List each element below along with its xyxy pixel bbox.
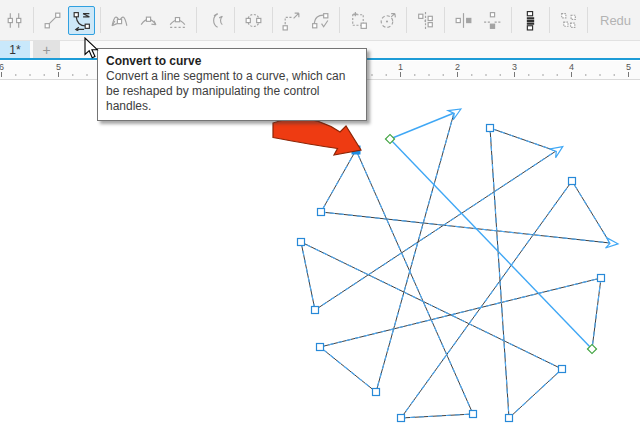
toolbar-icons — [0, 0, 592, 40]
ruler-dot — [556, 74, 558, 76]
ruler-label: 1 — [398, 62, 403, 72]
toolbar-separator — [444, 7, 445, 33]
extract-subpath-button[interactable] — [278, 6, 305, 35]
ruler-dot — [43, 74, 45, 76]
document-tab[interactable]: 1* — [0, 41, 30, 58]
extend-curve-to-close-button[interactable] — [240, 6, 267, 35]
close-curve-button[interactable] — [307, 6, 334, 35]
ruler-label: 3 — [512, 62, 517, 72]
close-curve-icon — [310, 10, 331, 31]
reverse-direction-icon — [205, 10, 226, 31]
align-nodes-icon — [415, 10, 436, 31]
tooltip-title: Convert to curve — [106, 53, 358, 69]
ruler-dot — [613, 74, 615, 76]
ruler-dot — [72, 74, 74, 76]
stretch-nodes-icon — [348, 10, 369, 31]
align-horizontal-button[interactable] — [450, 6, 477, 35]
rotate-nodes-button[interactable] — [374, 6, 401, 35]
toolbar-separator — [549, 7, 550, 33]
ruler-dot — [15, 74, 17, 76]
smooth-node-button[interactable] — [135, 6, 162, 35]
break-curve-icon — [4, 10, 25, 31]
node-selection-icon — [558, 10, 579, 31]
toolbar-separator — [511, 7, 512, 33]
tooltip: Convert to curve Convert a line segment … — [97, 48, 367, 121]
node-edit-toolbar: Redu — [0, 0, 640, 41]
ruler-dot — [442, 74, 444, 76]
ruler-dot — [371, 74, 373, 76]
ruler-label: 5 — [626, 62, 631, 72]
cusp-node-icon — [109, 10, 130, 31]
ruler-dot — [542, 74, 544, 76]
drawing-canvas[interactable] — [0, 80, 640, 447]
distribute-horizontal-button[interactable] — [479, 6, 506, 35]
add-page-button[interactable]: + — [33, 41, 60, 58]
convert-to-curve-button[interactable] — [68, 6, 95, 35]
rotate-nodes-icon — [377, 10, 398, 31]
break-curve-button[interactable] — [1, 6, 28, 35]
align-nodes-button[interactable] — [412, 6, 439, 35]
weld-nodes-button[interactable] — [517, 6, 544, 35]
toolbar-separator — [406, 7, 407, 33]
distribute-horizontal-icon — [482, 10, 503, 31]
ruler-dot — [86, 74, 88, 76]
ruler-dot — [485, 74, 487, 76]
toolbar-separator — [33, 7, 34, 33]
extend-curve-to-close-icon — [243, 10, 264, 31]
reverse-direction-button[interactable] — [202, 6, 229, 35]
ruler-label: 2 — [455, 62, 460, 72]
toolbar-separator — [272, 7, 273, 33]
ruler-dot — [471, 74, 473, 76]
toolbar-separator — [234, 7, 235, 33]
tooltip-body: Convert a line segment to a curve, which… — [106, 69, 358, 114]
ruler-dot — [528, 74, 530, 76]
symmetrical-node-button[interactable] — [164, 6, 191, 35]
node-selection-button[interactable] — [555, 6, 582, 35]
smooth-node-icon — [138, 10, 159, 31]
ruler-dot — [599, 74, 601, 76]
mouse-cursor-icon — [84, 37, 100, 61]
toolbar-separator — [339, 7, 340, 33]
ruler-dot — [499, 74, 501, 76]
ruler-dot — [385, 74, 387, 76]
weld-nodes-icon — [520, 10, 541, 31]
ruler-dot — [585, 74, 587, 76]
toolbar-separator — [100, 7, 101, 33]
convert-to-line-button[interactable] — [39, 6, 66, 35]
extract-subpath-icon — [281, 10, 302, 31]
toolbar-separator — [587, 7, 588, 33]
cusp-node-button[interactable] — [106, 6, 133, 35]
align-horizontal-icon — [453, 10, 474, 31]
ruler-label: 5 — [56, 62, 61, 72]
ruler-dot — [428, 74, 430, 76]
reduce-nodes-label: Redu — [600, 13, 631, 28]
stretch-nodes-button[interactable] — [345, 6, 372, 35]
symmetrical-node-icon — [167, 10, 188, 31]
convert-to-curve-icon — [71, 10, 92, 31]
ruler-label: 4 — [569, 62, 574, 72]
ruler-label: 6 — [0, 62, 4, 72]
convert-to-line-icon — [42, 10, 63, 31]
toolbar-separator — [196, 7, 197, 33]
ruler-dot — [29, 74, 31, 76]
ruler-dot — [414, 74, 416, 76]
